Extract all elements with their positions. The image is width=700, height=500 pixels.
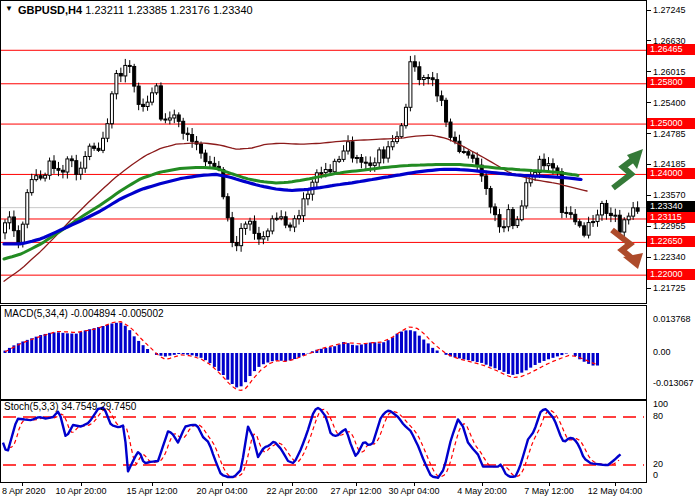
down-arrow-icon xyxy=(612,230,643,269)
macd-bar xyxy=(182,353,185,354)
candle-body xyxy=(387,147,390,158)
macd-bar xyxy=(244,353,247,382)
candle-body xyxy=(498,215,501,227)
candle-body xyxy=(182,121,185,133)
candle-body xyxy=(605,203,608,213)
price-tick-label: 1.24785 xyxy=(653,129,686,139)
candle-body xyxy=(324,169,327,172)
candle-body xyxy=(476,158,479,165)
candle-body xyxy=(146,102,149,106)
candle-body xyxy=(596,215,599,222)
candle-body xyxy=(520,206,523,220)
candle-body xyxy=(257,233,260,239)
price-axis-tick xyxy=(647,102,651,103)
macd-bar xyxy=(498,353,501,370)
up-arrow-icon-shaft xyxy=(613,158,635,188)
candle-body xyxy=(329,169,332,171)
macd-bar xyxy=(387,340,390,353)
macd-bar xyxy=(556,353,559,356)
candle-body xyxy=(177,115,180,121)
macd-axis-label: 0.00 xyxy=(653,347,671,357)
candle-body xyxy=(240,228,243,245)
price-axis-tick xyxy=(647,226,651,227)
macd-bar xyxy=(75,334,78,353)
candle-body xyxy=(293,219,296,227)
candle-body xyxy=(298,216,301,219)
macd-bar xyxy=(347,343,350,353)
macd-bar xyxy=(547,353,550,359)
candle-body xyxy=(627,216,630,220)
macd-bar xyxy=(529,353,532,368)
macd-bar xyxy=(320,349,323,353)
candle-body xyxy=(17,231,20,243)
price-level-label: 1.25800 xyxy=(647,77,695,88)
candle-body xyxy=(115,73,118,93)
macd-bar xyxy=(382,342,385,353)
macd-bar xyxy=(284,353,287,361)
macd-bar xyxy=(266,353,269,363)
candle-body xyxy=(289,225,292,227)
candle-body xyxy=(8,217,11,223)
candle-body xyxy=(525,183,528,206)
stoch-canvas[interactable] xyxy=(1,401,646,482)
candle-body xyxy=(106,124,109,139)
candle-body xyxy=(159,86,162,119)
symbol-label: GBPUSD,H4 xyxy=(18,4,82,16)
time-label: 8 Apr 2020 xyxy=(2,486,46,496)
candle-body xyxy=(507,210,510,227)
candle-body xyxy=(440,96,443,100)
candle-body xyxy=(26,193,29,225)
stoch-label: Stoch(5,3,3) 34.7549 29.7450 xyxy=(4,401,136,412)
candle-body xyxy=(609,213,612,215)
candle-body xyxy=(462,152,465,153)
macd-bar xyxy=(431,348,434,353)
candle-body xyxy=(249,221,252,224)
candle-body xyxy=(137,86,140,104)
candle-body xyxy=(124,65,127,75)
candle-body xyxy=(449,122,452,137)
price-level-label: 1.22650 xyxy=(647,236,695,247)
macd-bar xyxy=(471,353,474,361)
candle-body xyxy=(396,137,399,142)
candle-body xyxy=(222,170,225,197)
price-axis-tick xyxy=(647,195,651,196)
chart-title: GBPUSD,H4 1.23211 1.23385 1.23176 1.2334… xyxy=(18,4,253,16)
time-label: 10 Apr 20:00 xyxy=(55,486,106,496)
macd-bar xyxy=(502,353,505,372)
time-axis[interactable]: 8 Apr 202010 Apr 20:0015 Apr 12:0020 Apr… xyxy=(0,483,700,500)
macd-bar xyxy=(427,343,430,353)
macd-bar xyxy=(39,335,42,353)
candle-body xyxy=(266,231,269,237)
macd-bar xyxy=(213,353,216,367)
macd-canvas[interactable] xyxy=(1,306,646,399)
chart-window: ▼ GBPUSD,H4 1.23211 1.23385 1.23176 1.23… xyxy=(0,0,700,500)
candle-body xyxy=(93,146,96,148)
candle-body xyxy=(208,162,211,164)
candle-body xyxy=(547,164,550,166)
macd-bar xyxy=(222,353,225,375)
main-chart-canvas[interactable] xyxy=(1,1,646,303)
candle-body xyxy=(347,142,350,151)
macd-bar xyxy=(413,331,416,353)
candle-body xyxy=(378,150,381,163)
candle-body xyxy=(235,243,238,246)
candle-body xyxy=(84,156,87,168)
ohlc-values: 1.23211 1.23385 1.23176 1.23340 xyxy=(85,4,252,16)
candle-body xyxy=(57,168,60,170)
price-axis[interactable]: 1.272451.266301.260151.254001.247851.241… xyxy=(647,0,700,483)
candle-body xyxy=(502,227,505,228)
macd-bar xyxy=(520,353,523,373)
macd-bar xyxy=(79,332,82,353)
time-label: 27 Apr 12:00 xyxy=(330,486,381,496)
macd-bar xyxy=(142,345,145,353)
price-tick-label: 1.22340 xyxy=(653,252,686,262)
candle-body xyxy=(226,197,229,218)
stoch-axis-label: 0 xyxy=(653,470,658,480)
candle-body xyxy=(191,135,194,142)
candle-body xyxy=(636,208,639,211)
macd-bar xyxy=(596,353,599,366)
macd-bar xyxy=(249,353,252,376)
symbol-dropdown-icon[interactable]: ▼ xyxy=(5,5,13,13)
macd-histogram xyxy=(4,323,600,388)
price-tick-label: 1.21725 xyxy=(653,283,686,293)
